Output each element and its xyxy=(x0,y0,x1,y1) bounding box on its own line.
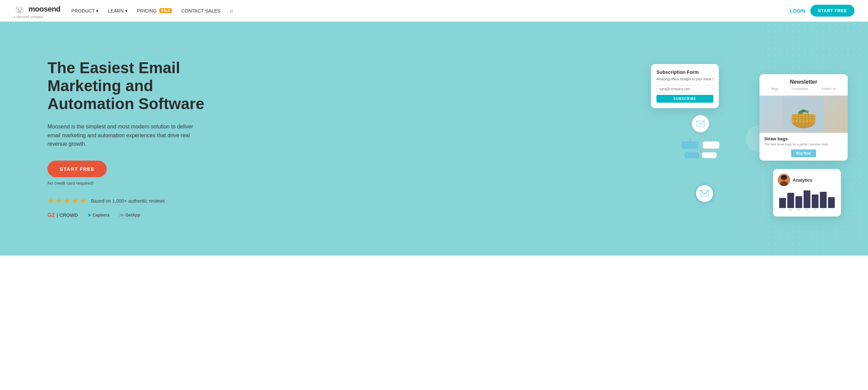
newsletter-nav-accessories: Accessories xyxy=(791,87,808,90)
newsletter-nav-bags: Bags xyxy=(771,87,778,90)
nav-product[interactable]: PRODUCT ▾ xyxy=(71,8,98,14)
star-2: ★ xyxy=(56,197,62,205)
getapp-label: GetApp xyxy=(125,213,140,218)
capterra-label: Capterra xyxy=(93,213,110,218)
hero-description: Moosend is the simplest and most modern … xyxy=(47,122,197,148)
flow-branch-line-left xyxy=(690,138,690,141)
sub-form-title: Subscription Form xyxy=(656,69,713,75)
getapp-icon: ≫ xyxy=(119,212,124,218)
review-text: Based on 1,000+ authentic reviews xyxy=(91,198,165,204)
chart-bar-2 xyxy=(787,193,794,208)
hero-content: The Easiest Email Marketing and Automati… xyxy=(47,59,224,218)
star-1: ★ xyxy=(47,197,54,205)
newsletter-header: Newsletter Bags Accessories Contact us xyxy=(760,74,848,96)
hero-title: The Easiest Email Marketing and Automati… xyxy=(47,59,224,113)
navbar-left: moosend a Sitecore® company PRODUCT ▾ LE… xyxy=(14,3,233,19)
chart-label-6: 0 xyxy=(820,209,827,211)
chart-bar-1 xyxy=(779,198,786,208)
flow-node-top xyxy=(692,115,709,132)
flow-rect-teal-1 xyxy=(682,141,698,149)
svg-point-3 xyxy=(19,11,19,12)
navbar-right: LOGIN START FREE xyxy=(790,5,854,17)
chart-bar-3 xyxy=(795,196,802,208)
chart-label-2: 80 xyxy=(787,209,794,211)
buy-now-button[interactable]: Buy Now xyxy=(791,149,816,157)
start-free-nav-button[interactable]: START FREE xyxy=(810,5,854,17)
flow-branch-line-right xyxy=(711,138,711,141)
nav-contact-sales[interactable]: CONTACT SALES xyxy=(181,8,220,14)
sub-form-subscribe-button[interactable]: SUBSCRIBE xyxy=(656,95,713,103)
svg-point-2 xyxy=(18,10,22,13)
sale-badge: SALE xyxy=(159,8,172,13)
svg-point-9 xyxy=(17,7,19,8)
svg-point-8 xyxy=(21,9,22,9)
navbar: moosend a Sitecore® company PRODUCT ▾ LE… xyxy=(0,0,868,22)
svg-point-35 xyxy=(783,175,785,178)
chart-bar-5 xyxy=(812,194,818,208)
newsletter-body: Straw bags The best straw bags for a per… xyxy=(760,133,848,161)
newsletter-title: Newsletter xyxy=(765,79,842,85)
star-rating: ★ ★ ★ ★ ★ xyxy=(47,197,87,205)
flow-rect-teal-2 xyxy=(684,152,699,158)
flow-branch-left xyxy=(682,138,698,149)
newsletter-product-desc: The best straw bags for a perfect summer… xyxy=(764,143,843,146)
nav-learn[interactable]: LEARN ▾ xyxy=(108,8,127,14)
chart-bar-7 xyxy=(828,197,835,208)
flow-rect-white-2 xyxy=(702,152,717,158)
chart-label-5: 20 xyxy=(812,209,818,211)
logo-area: moosend a Sitecore® company xyxy=(14,3,60,19)
flow-branches-2 xyxy=(684,152,717,158)
sub-form-subtitle: Amazing offers straight to your inbox ! xyxy=(656,77,713,82)
newsletter-product-name: Straw bags xyxy=(764,136,843,141)
flow-branches xyxy=(682,138,719,149)
analytics-header: Analytics xyxy=(778,174,836,186)
chart-label-4: 40 xyxy=(804,209,810,211)
no-credit-text: No credit card required! xyxy=(47,181,224,186)
search-icon[interactable]: ⌕ xyxy=(230,8,233,14)
chart-bar-4 xyxy=(804,190,810,208)
chart-label-1: n xyxy=(779,209,786,211)
email-icon-large xyxy=(700,190,709,197)
flow-line-1 xyxy=(700,132,701,138)
analytics-chart xyxy=(778,189,836,208)
brand-name: moosend xyxy=(28,5,60,14)
analytics-card: Analytics n 80 60 40 20 0 xyxy=(773,169,841,217)
logo-row: moosend xyxy=(14,3,60,15)
analytics-avatar xyxy=(778,174,790,186)
svg-point-7 xyxy=(18,9,19,9)
subscription-form-card: Subscription Form Amazing offers straigh… xyxy=(651,64,719,108)
login-link[interactable]: LOGIN xyxy=(790,8,805,14)
newsletter-nav-contact: Contact us xyxy=(821,87,836,90)
getapp-badge: ≫ GetApp xyxy=(119,212,140,218)
basket-svg xyxy=(783,97,824,131)
hero-section: The Easiest Email Marketing and Automati… xyxy=(0,22,868,255)
svg-point-4 xyxy=(20,11,21,12)
g2-badge: G2 | CROWD xyxy=(47,212,78,218)
sub-form-email-input[interactable] xyxy=(656,85,713,93)
badges-row: G2 | CROWD ➤ Capterra ≫ GetApp xyxy=(47,212,224,218)
chart-labels-row: n 80 60 40 20 0 xyxy=(778,208,836,212)
g2-icon: G2 xyxy=(47,212,55,218)
start-free-hero-button[interactable]: START FREE xyxy=(47,161,107,177)
hero-illustration: Subscription Form Amazing offers straigh… xyxy=(651,54,848,223)
newsletter-nav: Bags Accessories Contact us xyxy=(765,87,842,93)
flow-branch-right xyxy=(703,138,719,149)
automation-flow xyxy=(682,115,719,158)
moosend-logo-icon xyxy=(14,3,26,15)
chart-bar-6 xyxy=(820,192,827,208)
svg-point-10 xyxy=(21,6,22,8)
flow-line-2 xyxy=(700,149,701,152)
star-4: ★ xyxy=(72,197,79,205)
g2-label: | CROWD xyxy=(57,212,78,218)
newsletter-product-image xyxy=(760,96,848,133)
email-node xyxy=(695,184,714,203)
flow-rect-white-1 xyxy=(703,141,719,149)
capterra-icon: ➤ xyxy=(87,212,92,218)
nav-links: PRODUCT ▾ LEARN ▾ PRICING SALE CONTACT S… xyxy=(71,8,233,14)
star-5: ★ xyxy=(80,197,87,205)
chart-label-3: 60 xyxy=(795,209,802,211)
reviews-row: ★ ★ ★ ★ ★ Based on 1,000+ authentic revi… xyxy=(47,197,224,205)
nav-pricing[interactable]: PRICING SALE xyxy=(137,8,172,14)
brand-tagline: a Sitecore® company xyxy=(14,15,43,19)
newsletter-card: Newsletter Bags Accessories Contact us xyxy=(760,74,848,161)
